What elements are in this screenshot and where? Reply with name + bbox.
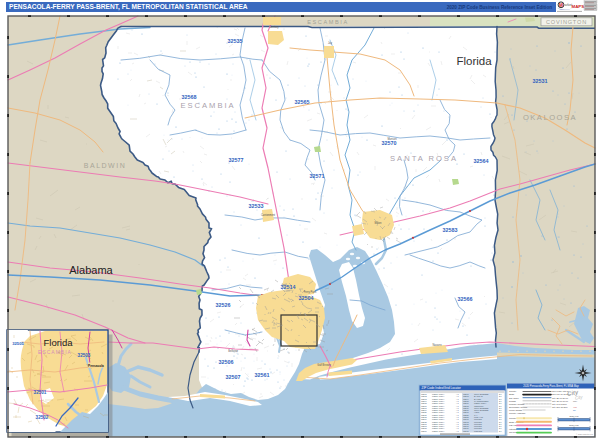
svg-text:Ferry Pass: Ferry Pass <box>304 290 317 294</box>
svg-text:County: County <box>509 390 517 392</box>
svg-text:OKALOOSA: OKALOOSA <box>523 113 577 122</box>
svg-text:Navarre: Navarre <box>432 343 442 347</box>
svg-text:Roads: Roads <box>509 400 516 402</box>
svg-text:ESCAMBIA: ESCAMBIA <box>307 19 349 25</box>
svg-text:Gulf Breeze: Gulf Breeze <box>317 363 331 367</box>
svg-text:32503: 32503 <box>78 353 91 358</box>
svg-text:ESCAMBIA: ESCAMBIA <box>38 349 72 355</box>
svg-text:32583: 32583 <box>443 227 458 233</box>
svg-text:State: State <box>509 393 515 395</box>
svg-text:ESCAMBIA: ESCAMBIA <box>180 101 235 110</box>
svg-text:32533: 32533 <box>249 203 264 209</box>
svg-text:County Highway: County Highway <box>509 412 527 414</box>
svg-text:M: M <box>559 3 563 8</box>
svg-text:32561: 32561 <box>255 372 270 378</box>
svg-text:Milton: Milton <box>375 221 382 225</box>
svg-text:32566: 32566 <box>458 296 473 302</box>
svg-text:32504: 32504 <box>299 295 314 301</box>
svg-text:32571: 32571 <box>310 173 325 179</box>
svg-text:32502: 32502 <box>36 415 49 420</box>
svg-text:32568: 32568 <box>182 94 197 100</box>
svg-text:BALDWIN: BALDWIN <box>84 162 126 169</box>
svg-text:32507: 32507 <box>226 374 241 380</box>
svg-text:Jay: Jay <box>328 41 333 45</box>
svg-text:Florida: Florida <box>456 55 492 67</box>
svg-text:2020 ZIP Code Business Referen: 2020 ZIP Code Business Reference Inset E… <box>447 5 553 10</box>
svg-text:PENSACOLA-FERRY PASS-BRENT, FL: PENSACOLA-FERRY PASS-BRENT, FL METROPOLI… <box>9 3 248 11</box>
svg-text:32565: 32565 <box>295 99 310 105</box>
svg-text:32514: 32514 <box>281 284 296 290</box>
svg-text:© 2020 MarketMAPS: © 2020 MarketMAPS <box>576 433 594 435</box>
svg-text:Florida: Florida <box>43 337 73 348</box>
svg-text:PENSACOLA: PENSACOLA <box>432 430 445 432</box>
svg-text:Pensacola: Pensacola <box>88 364 104 368</box>
svg-text:MAPS: MAPS <box>572 4 585 9</box>
svg-text:Alabama: Alabama <box>69 264 113 276</box>
svg-text:32564: 32564 <box>474 158 489 164</box>
svg-text:32535: 32535 <box>228 38 243 44</box>
svg-text:32505: 32505 <box>12 341 24 346</box>
svg-text:MOLINO: MOLINO <box>474 430 483 432</box>
svg-text:32501: 32501 <box>34 390 47 395</box>
svg-text:32566: 32566 <box>421 430 428 432</box>
svg-text:32611: 32611 <box>463 430 469 432</box>
svg-text:Cantonment: Cantonment <box>261 213 275 217</box>
svg-text:32531: 32531 <box>533 78 548 84</box>
svg-text:City 500 sq Size: City 500 sq Size <box>552 406 569 408</box>
svg-text:32506: 32506 <box>219 359 234 365</box>
svg-text:Bellview: Bellview <box>228 349 238 353</box>
svg-text:Century: Century <box>269 25 279 29</box>
svg-text:Primary Roads: Primary Roads <box>509 403 525 405</box>
svg-text:2020 Pensacola-Ferry Pass-Bren: 2020 Pensacola-Ferry Pass-Brent, FL MSA … <box>523 384 579 388</box>
svg-text:Scale 1:km: Scale 1:km <box>569 424 579 426</box>
svg-text:Scale 1:mi: Scale 1:mi <box>570 415 579 417</box>
svg-text:32577: 32577 <box>229 157 244 163</box>
svg-text:SANTA ROSA: SANTA ROSA <box>390 154 458 163</box>
svg-text:Munson: Munson <box>387 137 397 141</box>
svg-text:COVINGTON: COVINGTON <box>546 19 587 25</box>
svg-text:Minor Roads: Minor Roads <box>509 409 523 411</box>
svg-text:32526: 32526 <box>216 302 231 308</box>
svg-text:ZIP Code: ZIP Code <box>509 397 519 399</box>
svg-text:ZIP Code Index/Grid Locator: ZIP Code Index/Grid Locator <box>422 386 461 390</box>
